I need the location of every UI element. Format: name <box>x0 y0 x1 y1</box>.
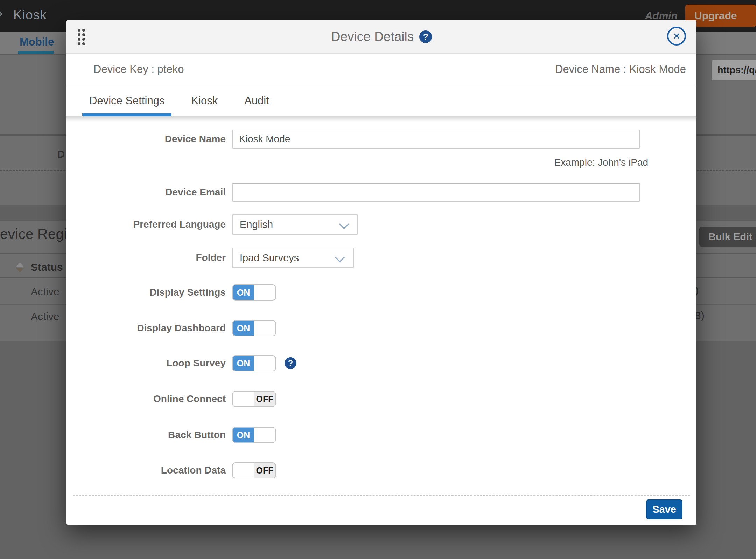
online-connect-row: Online Connect OFF <box>66 391 276 407</box>
folder-label: Folder <box>66 252 226 263</box>
toggle-on-segment: ON <box>233 285 254 300</box>
tab-device-settings[interactable]: Device Settings <box>82 86 172 116</box>
back-button-row: Back Button ON <box>66 427 276 443</box>
close-icon[interactable]: ✕ <box>667 27 686 46</box>
toggle-label: Location Data <box>66 465 226 476</box>
toggle-switch[interactable]: ON <box>232 355 276 371</box>
location-data-row: Location Data OFF <box>66 462 276 478</box>
toggle-on-segment: ON <box>233 321 254 336</box>
admin-menu[interactable]: Admin <box>645 10 678 22</box>
breadcrumb-chevron-icon: › <box>0 2 3 23</box>
preferred-language-value: English <box>240 219 273 230</box>
toggle-help-icon[interactable]: ? <box>285 357 296 369</box>
page: › Kiosk Admin Upgrade Now Mobile https:/… <box>0 0 756 559</box>
sort-down-arrow <box>16 268 24 272</box>
display-dashboard-row: Display Dashboard ON <box>66 320 276 336</box>
table-row-fragment: 8) <box>695 310 705 322</box>
preferred-language-row: Preferred Language English <box>66 214 358 235</box>
toggle-label: Display Settings <box>66 287 226 298</box>
tab-audit[interactable]: Audit <box>237 86 276 116</box>
chevron-down-icon <box>339 219 349 229</box>
toggle-off-segment: OFF <box>254 463 275 478</box>
device-key-text: Device Key : pteko <box>93 63 184 76</box>
toggle-on-segment: ON <box>233 356 254 371</box>
toggle-on-segment: ON <box>233 428 254 442</box>
save-button[interactable]: Save <box>646 499 682 519</box>
device-name-helper: Example: John's iPad <box>240 157 648 168</box>
sort-arrows-icon[interactable] <box>16 263 24 272</box>
tab-mobile-underline <box>18 51 54 54</box>
tab-mobile[interactable]: Mobile <box>20 36 54 48</box>
page-title: Kiosk <box>13 8 47 22</box>
device-name-input[interactable] <box>232 130 640 149</box>
modal-subheader: Device Key : pteko Device Name : Kiosk M… <box>66 54 696 85</box>
tab-label: Audit <box>244 95 269 107</box>
tab-label: Kiosk <box>191 95 218 107</box>
table-row-status: Active <box>31 311 59 323</box>
toggle-label: Online Connect <box>66 393 226 405</box>
toggle-switch[interactable]: OFF <box>232 462 276 478</box>
tab-kiosk[interactable]: Kiosk <box>184 86 225 116</box>
folder-select[interactable]: Ipad Surveys <box>232 248 354 268</box>
device-details-modal: Device Details ? ✕ Device Key : pteko De… <box>66 20 696 525</box>
toggle-label: Back Button <box>66 429 226 441</box>
toggle-off-segment <box>254 428 275 442</box>
device-url-field[interactable]: https://qa. <box>711 60 756 81</box>
toggle-switch[interactable]: ON <box>232 320 276 336</box>
toggle-switch[interactable]: ON <box>232 284 276 301</box>
preferred-language-label: Preferred Language <box>66 219 226 230</box>
folder-row: Folder Ipad Surveys <box>66 248 354 268</box>
device-email-row: Device Email <box>66 183 640 202</box>
modal-header: Device Details ? ✕ <box>66 20 696 54</box>
active-tab-underline <box>82 113 172 116</box>
modal-title-wrap: Device Details ? <box>66 20 696 53</box>
tab-shadow <box>66 116 696 122</box>
toggle-off-segment <box>254 321 275 336</box>
toggle-label: Loop Survey <box>66 358 226 369</box>
toggle-switch[interactable]: OFF <box>232 391 276 407</box>
display-settings-row: Display Settings ON <box>66 284 276 301</box>
toggle-off-segment <box>254 356 275 371</box>
device-email-label: Device Email <box>66 187 226 198</box>
status-column-header[interactable]: Status <box>31 261 63 273</box>
device-name-text: Device Name : Kiosk Mode <box>555 63 686 76</box>
tab-label: Device Settings <box>89 95 164 107</box>
toggle-label: Display Dashboard <box>66 323 226 334</box>
modal-title: Device Details <box>331 29 414 44</box>
toggle-off-segment: OFF <box>254 392 275 406</box>
folder-value: Ipad Surveys <box>240 252 299 264</box>
device-email-input[interactable] <box>232 183 640 202</box>
loop-survey-row: Loop Survey ON ? <box>66 355 296 371</box>
footer-dashed-divider <box>73 495 690 496</box>
help-icon[interactable]: ? <box>419 30 432 43</box>
toggle-switch[interactable]: ON <box>232 427 276 443</box>
modal-tabs: Device Settings Kiosk Audit <box>66 86 696 116</box>
toggle-on-segment <box>233 463 254 478</box>
toggle-off-segment <box>254 285 275 300</box>
toggle-on-segment <box>233 392 254 406</box>
sort-up-arrow <box>16 263 24 267</box>
chevron-down-icon <box>335 253 345 262</box>
device-name-label: Device Name <box>66 133 226 145</box>
preferred-language-select[interactable]: English <box>232 214 358 235</box>
device-name-row: Device Name <box>66 130 640 149</box>
background-field-label: D <box>57 149 65 160</box>
bulk-edit-devices-button[interactable]: Bulk Edit Dev <box>699 227 756 247</box>
table-row-status: Active <box>31 286 59 298</box>
